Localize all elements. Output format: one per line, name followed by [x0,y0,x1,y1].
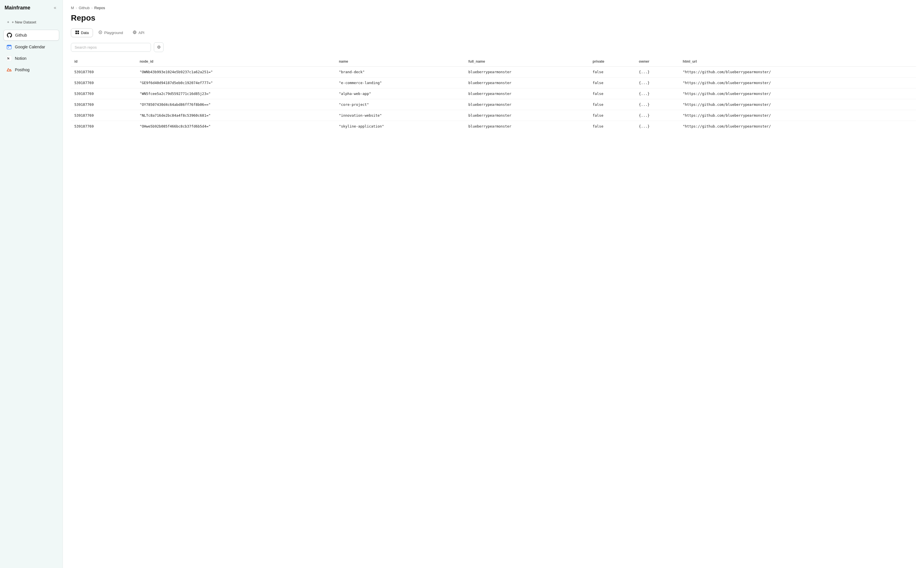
cell-name-5: "skyline-application" [335,121,465,132]
cell-html_url-5: "https://github.com/blueberrypearmonster… [679,121,916,132]
filter-button[interactable]: ⚙ [154,42,164,52]
repos-table: id node_id name full_name private owner … [71,57,916,131]
table-row[interactable]: 539187769"OHwe5b92b085f466bc8cb37fd6b5d4… [71,121,916,132]
table-icon [75,30,79,35]
tab-playground[interactable]: Playground [94,28,127,37]
table-wrap: id node_id name full_name private owner … [71,57,916,131]
cell-full_name-2: blueberrypearmonster [465,88,589,99]
cell-owner-1: {...} [636,77,679,88]
cell-node_id-5: "OHwe5b92b085f466bc8cb37fd6b5d4=" [136,121,335,132]
cell-private-3: false [589,99,636,110]
sidebar-item-google-calendar-label: Google Calendar [15,45,45,49]
cell-html_url-0: "https://github.com/blueberrypearmonster… [679,66,916,77]
breadcrumb-sep-1: › [76,6,77,10]
cell-name-0: "brand-deck" [335,66,465,77]
table-row[interactable]: 539187769"NLTc8a716de2bc84a4f8c53960c681… [71,110,916,121]
col-header-name: name [335,57,465,66]
cell-name-2: "alpha-web-app" [335,88,465,99]
sidebar-item-posthog[interactable]: Posthog [3,65,59,75]
col-header-node_id: node_id [136,57,335,66]
cell-html_url-2: "https://github.com/blueberrypearmonster… [679,88,916,99]
cell-node_id-1: "GE9f6d40d94187d5eb0c192074ef777=" [136,77,335,88]
sidebar-item-github[interactable]: Github [3,30,59,41]
playground-icon [98,30,102,35]
cell-full_name-0: blueberrypearmonster [465,66,589,77]
cell-id-2: 539187769 [71,88,136,99]
svg-rect-8 [77,30,79,32]
table-row[interactable]: 539187769"WN5fcee5a2c79d5592771c16d85j23… [71,88,916,99]
search-bar: ⚙ [71,42,916,52]
cell-private-2: false [589,88,636,99]
sidebar-item-google-calendar[interactable]: Google Calendar [3,42,59,52]
cell-id-5: 539187769 [71,121,136,132]
cell-owner-3: {...} [636,99,679,110]
tab-playground-label: Playground [104,30,123,35]
cell-owner-5: {...} [636,121,679,132]
cell-name-3: "core-project" [335,99,465,110]
breadcrumb-sep-2: › [92,6,93,10]
cell-name-4: "innovation-website" [335,110,465,121]
sidebar-item-notion[interactable]: N Notion [3,53,59,63]
svg-rect-9 [75,33,77,34]
google-calendar-icon [6,44,12,50]
col-header-private: private [589,57,636,66]
svg-text:N: N [7,57,9,60]
cell-id-0: 539187769 [71,66,136,77]
sidebar-collapse-button[interactable]: « [52,5,58,11]
sidebar-header: Mainframe « [3,5,59,11]
api-icon [133,30,137,35]
svg-rect-1 [7,45,11,46]
col-header-id: id [71,57,136,66]
cell-private-4: false [589,110,636,121]
breadcrumb: M › Github › Repos [71,6,916,10]
breadcrumb-github[interactable]: Github [78,6,89,10]
cell-html_url-4: "https://github.com/blueberrypearmonster… [679,110,916,121]
sidebar-item-posthog-label: Posthog [15,68,29,72]
search-input-wrap [71,43,151,52]
search-input[interactable] [71,43,151,52]
new-dataset-label: + New Dataset [12,20,36,24]
svg-rect-4 [8,47,9,48]
cell-html_url-3: "https://github.com/blueberrypearmonster… [679,99,916,110]
cell-node_id-4: "NLTc8a716de2bc84a4f8c53960c681=" [136,110,335,121]
page-title: Repos [71,14,916,23]
tab-api[interactable]: API [128,28,149,37]
tab-api-label: API [139,30,145,35]
cell-full_name-3: blueberrypearmonster [465,99,589,110]
cell-full_name-1: blueberrypearmonster [465,77,589,88]
cell-node_id-3: "OY78507430d4c64abd86ff76f8b06==" [136,99,335,110]
sidebar-item-github-label: Github [15,33,27,38]
cell-name-1: "e-commerce-landing" [335,77,465,88]
table-header-row: id node_id name full_name private owner … [71,57,916,66]
tab-data-label: Data [81,30,89,35]
sidebar-item-notion-label: Notion [15,56,26,60]
main-content: M › Github › Repos Repos Data Playground [63,0,924,568]
new-dataset-button[interactable]: ＋ + New Dataset [3,18,59,26]
filter-icon: ⚙ [157,45,161,50]
table-row[interactable]: 539187769"GE9f6d40d94187d5eb0c192074ef77… [71,77,916,88]
cell-private-5: false [589,121,636,132]
breadcrumb-repos: Repos [94,6,105,10]
tabs: Data Playground API [71,28,916,37]
table-row[interactable]: 539187769"OY78507430d4c64abd86ff76f8b06=… [71,99,916,110]
svg-rect-10 [77,33,79,34]
sidebar: Mainframe « ＋ + New Dataset Github Googl… [0,0,63,568]
cell-id-4: 539187769 [71,110,136,121]
cell-owner-2: {...} [636,88,679,99]
plus-icon: ＋ [6,20,10,24]
app-title: Mainframe [5,5,30,11]
cell-owner-4: {...} [636,110,679,121]
cell-node_id-2: "WN5fcee5a2c79d5592771c16d85j23=" [136,88,335,99]
cell-private-1: false [589,77,636,88]
cell-full_name-5: blueberrypearmonster [465,121,589,132]
svg-rect-7 [75,30,77,32]
col-header-html_url: html_url [679,57,916,66]
tab-data[interactable]: Data [71,28,93,37]
breadcrumb-m[interactable]: M [71,6,74,10]
table-row[interactable]: 539187769"OWNb43b993e1024e5b9237c1a62a25… [71,66,916,77]
col-header-full_name: full_name [465,57,589,66]
github-icon [7,32,12,38]
cell-full_name-4: blueberrypearmonster [465,110,589,121]
col-header-owner: owner [636,57,679,66]
cell-private-0: false [589,66,636,77]
